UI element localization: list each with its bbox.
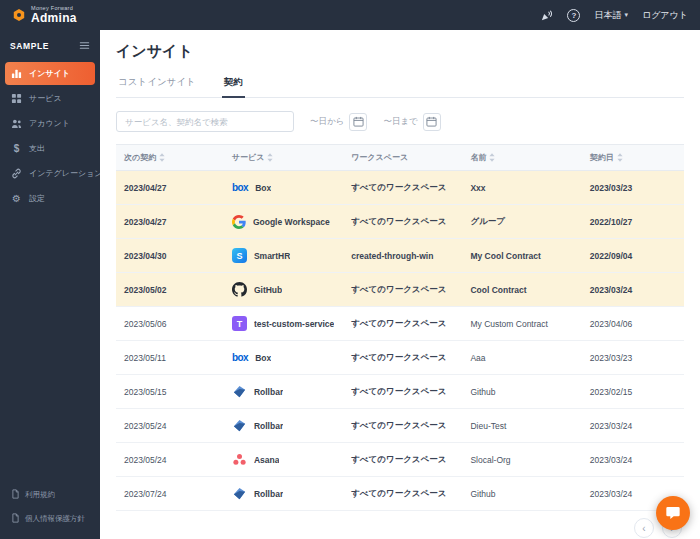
box-icon: box [232, 182, 248, 193]
language-selector[interactable]: 日本語 ▾ [594, 9, 628, 22]
table-row[interactable]: 2023/04/30 SSmartHR created-through-win … [116, 239, 684, 273]
sort-icon [267, 153, 273, 162]
table-row[interactable]: 2023/05/11 boxBox すべてのワークスペース Aaa 2023/0… [116, 341, 684, 375]
column-header-contract-date[interactable]: 契約日 [582, 145, 684, 171]
sidebar-item-integrations[interactable]: インテグレーション [5, 162, 95, 185]
sidebar-item-services[interactable]: サービス [5, 87, 95, 110]
rollbar-icon [232, 486, 247, 501]
cell-next-contract: 2023/05/24 [116, 443, 224, 477]
column-header-name[interactable]: 名前 [462, 145, 581, 171]
sidebar-item-label: インサイト [29, 68, 70, 79]
service-name: Rollbar [254, 387, 283, 397]
cell-next-contract: 2023/04/27 [116, 171, 224, 205]
terms-of-service-link[interactable]: 利用規約 [0, 483, 100, 507]
cell-workspace: すべてのワークスペース [343, 409, 462, 443]
logout-button[interactable]: ログアウト [642, 9, 688, 22]
cell-name: Slocal-Org [462, 443, 581, 477]
cell-next-contract: 2023/04/27 [116, 205, 224, 239]
cell-contract-date: 2022/09/04 [582, 239, 684, 273]
sidebar-item-spend[interactable]: $ 支出 [5, 137, 95, 160]
table-row[interactable]: 2023/05/24 Rollbar すべてのワークスペース Dieu-Test… [116, 409, 684, 443]
cell-contract-date: 2023/03/24 [582, 409, 684, 443]
smarthr-icon: S [232, 248, 247, 263]
help-glyph: ? [571, 11, 576, 20]
table-row[interactable]: 2023/04/27 boxBox すべてのワークスペース Xxx 2023/0… [116, 171, 684, 205]
cell-workspace: すべてのワークスペース [343, 273, 462, 307]
sort-icon [617, 153, 623, 162]
cell-name: グループ [462, 205, 581, 239]
cell-workspace: すべてのワークスペース [343, 341, 462, 375]
table-row[interactable]: 2023/05/24 Asana すべてのワークスペース Slocal-Org … [116, 443, 684, 477]
sidebar-item-settings[interactable]: ⚙ 設定 [5, 187, 95, 210]
table-row[interactable]: 2023/05/02 GitHub すべてのワークスペース Cool Contr… [116, 273, 684, 307]
collapse-sidebar-icon[interactable] [79, 40, 90, 51]
chevron-down-icon: ▾ [624, 11, 628, 19]
column-header-workspace[interactable]: ワークスペース [343, 145, 462, 171]
box-icon: box [232, 352, 248, 363]
service-name: Asana [254, 455, 280, 465]
column-header-service[interactable]: サービス [224, 145, 343, 171]
date-to-picker[interactable]: 〜日まで [383, 113, 440, 131]
contracts-table: 次の契約 サービス ワークスペース 名前 契約日 2023/04/27 boxB… [116, 144, 684, 539]
document-icon [11, 513, 20, 525]
cell-workspace: すべてのワークスペース [343, 375, 462, 409]
rollbar-icon [232, 418, 247, 433]
service-name: SmartHR [254, 251, 290, 261]
cell-contract-date: 2023/04/06 [582, 307, 684, 341]
service-name: Google Workspace [253, 217, 330, 227]
pagination-prev-button[interactable]: ‹ [634, 518, 654, 538]
tab-bar: コストインサイト 契約 [116, 72, 684, 98]
cell-contract-date: 2023/02/15 [582, 375, 684, 409]
privacy-policy-link[interactable]: 個人情報保護方針 [0, 507, 100, 531]
help-icon[interactable]: ? [567, 9, 580, 22]
tab-cost-insights[interactable]: コストインサイト [116, 72, 198, 97]
cell-workspace: created-through-win [343, 239, 462, 273]
filter-controls: 〜日から 〜日まで [116, 111, 684, 132]
brand-logo[interactable]: Money Forward Admina [12, 6, 77, 25]
cell-contract-date: 2023/03/23 [582, 171, 684, 205]
brand-product: Admina [31, 12, 77, 24]
tab-contracts[interactable]: 契約 [222, 72, 245, 98]
cell-name: Cool Contract [462, 273, 581, 307]
sidebar-item-label: 支出 [29, 143, 45, 154]
cell-workspace: すべてのワークスペース [343, 443, 462, 477]
sidebar-item-accounts[interactable]: アカウント [5, 112, 95, 135]
cell-name: Dieu-Test [462, 409, 581, 443]
chat-widget-button[interactable] [656, 496, 690, 530]
sidebar-item-insights[interactable]: インサイト [5, 62, 95, 85]
admina-app: Money Forward Admina ? 日本語 ▾ ログアウト SAMPL… [0, 0, 700, 539]
integrations-link-icon [11, 168, 22, 179]
cell-contract-date: 2022/10/27 [582, 205, 684, 239]
sidebar-item-label: 設定 [29, 193, 45, 204]
announcements-icon[interactable] [540, 9, 553, 22]
service-name: Rollbar [254, 489, 283, 499]
date-from-label: 〜日から [310, 116, 344, 128]
admina-logo-icon [12, 8, 26, 22]
asana-icon [232, 452, 247, 467]
calendar-icon[interactable] [423, 113, 441, 131]
service-name: Rollbar [254, 421, 283, 431]
document-icon [11, 489, 20, 501]
service-name: Box [255, 353, 271, 363]
search-input[interactable] [116, 111, 294, 132]
sort-icon [159, 153, 165, 162]
sidebar-item-label: インテグレーション [29, 168, 103, 179]
table-row[interactable]: 2023/04/27 Google Workspace すべてのワークスペース … [116, 205, 684, 239]
cell-next-contract: 2023/05/06 [116, 307, 224, 341]
sidebar: SAMPLE インサイト サービス アカウ [0, 30, 100, 539]
table-row[interactable]: 2023/05/15 Rollbar すべてのワークスペース Github 20… [116, 375, 684, 409]
table-row[interactable]: 2023/07/24 Rollbar すべてのワークスペース Github 20… [116, 477, 684, 511]
date-from-picker[interactable]: 〜日から [310, 113, 367, 131]
top-bar: Money Forward Admina ? 日本語 ▾ ログアウト [0, 0, 700, 30]
table-row[interactable]: 2023/05/06 Ttest-custom-service すべてのワークス… [116, 307, 684, 341]
google-workspace-icon [232, 215, 246, 229]
pagination: ‹ › [116, 511, 684, 539]
workspace-name: SAMPLE [10, 41, 49, 51]
calendar-icon[interactable] [349, 113, 367, 131]
cell-name: Github [462, 375, 581, 409]
column-header-next-contract[interactable]: 次の契約 [116, 145, 224, 171]
cell-name: Github [462, 477, 581, 511]
cell-contract-date: 2023/03/23 [582, 341, 684, 375]
footer-link-label: 利用規約 [25, 490, 55, 500]
service-name: Box [255, 183, 271, 193]
